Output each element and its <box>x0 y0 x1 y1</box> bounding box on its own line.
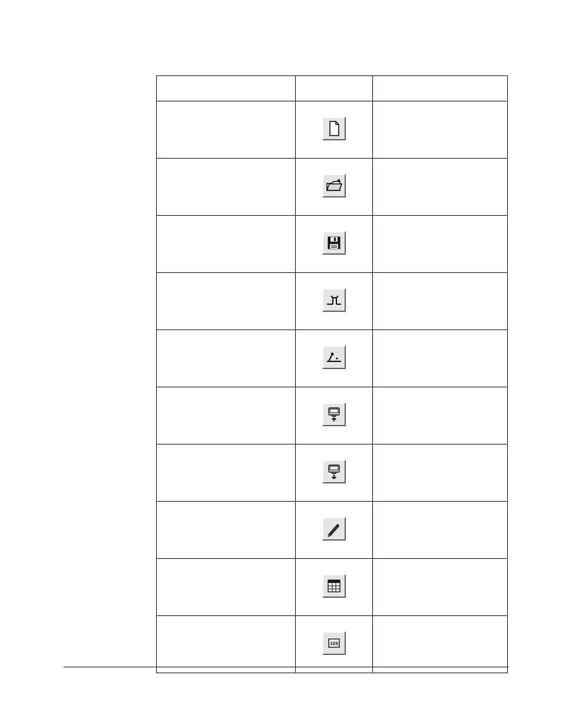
header-cell-shortcut <box>373 76 508 101</box>
upload-icon[interactable] <box>322 403 346 426</box>
svg-line-9 <box>336 296 338 298</box>
table-row <box>157 159 508 216</box>
row-label <box>157 559 296 616</box>
row-icon-cell <box>295 330 372 387</box>
table-row <box>157 330 508 387</box>
parameter-table-icon[interactable] <box>322 574 346 598</box>
row-shortcut <box>373 616 508 673</box>
svg-rect-2 <box>334 238 336 241</box>
row-label <box>157 616 296 673</box>
table-row <box>157 502 508 559</box>
svg-rect-14 <box>332 415 336 417</box>
row-shortcut <box>373 444 508 502</box>
row-shortcut <box>373 159 508 216</box>
new-document-icon[interactable] <box>322 117 346 140</box>
row-label <box>157 216 296 273</box>
open-folder-icon[interactable] <box>322 174 346 197</box>
row-icon-cell <box>295 559 372 616</box>
row-label <box>157 159 296 216</box>
offline-icon[interactable] <box>322 288 346 312</box>
save-icon[interactable] <box>322 231 346 255</box>
row-label <box>157 444 296 502</box>
svg-rect-19 <box>328 580 340 583</box>
svg-point-11 <box>336 357 338 359</box>
row-shortcut <box>373 502 508 559</box>
toolbar-reference-table: 123 <box>156 75 508 673</box>
svg-rect-17 <box>332 472 336 474</box>
table-row <box>157 559 508 616</box>
svg-text:123: 123 <box>330 641 338 646</box>
position-123-icon[interactable]: 123 <box>322 631 346 655</box>
header-cell-icon <box>295 76 372 101</box>
row-icon-cell <box>295 216 372 273</box>
row-shortcut <box>373 216 508 273</box>
svg-rect-16 <box>330 466 338 470</box>
row-icon-cell <box>295 159 372 216</box>
row-label <box>157 101 296 159</box>
svg-line-8 <box>331 296 333 298</box>
table-row <box>157 101 508 159</box>
download-icon[interactable] <box>322 460 346 483</box>
row-label <box>157 502 296 559</box>
row-icon-cell <box>295 273 372 330</box>
row-label <box>157 387 296 444</box>
table-row <box>157 216 508 273</box>
row-shortcut <box>373 273 508 330</box>
table-row <box>157 387 508 444</box>
row-icon-cell <box>295 444 372 502</box>
svg-rect-3 <box>330 244 338 249</box>
edit-pencil-icon[interactable] <box>322 517 346 541</box>
row-shortcut <box>373 101 508 159</box>
row-label <box>157 330 296 387</box>
table-header-row <box>157 76 508 101</box>
online-icon[interactable] <box>322 345 346 369</box>
row-shortcut <box>373 330 508 387</box>
header-cell-name <box>157 76 296 101</box>
table-row <box>157 444 508 502</box>
row-shortcut <box>373 559 508 616</box>
table-row <box>157 273 508 330</box>
row-icon-cell <box>295 502 372 559</box>
row-icon-cell <box>295 387 372 444</box>
footer-rule <box>64 667 508 667</box>
row-icon-cell: 123 <box>295 616 372 673</box>
row-shortcut <box>373 387 508 444</box>
svg-rect-13 <box>330 409 338 413</box>
row-icon-cell <box>295 101 372 159</box>
table-row: 123 <box>157 616 508 673</box>
row-label <box>157 273 296 330</box>
